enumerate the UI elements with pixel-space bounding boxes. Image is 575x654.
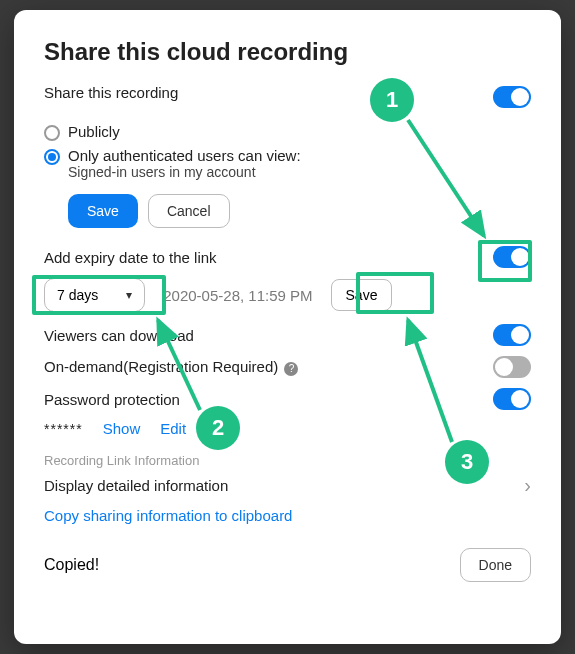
expiry-select[interactable]: 7 days ▾ — [44, 278, 145, 312]
password-protection-toggle[interactable] — [493, 388, 531, 410]
radio-authenticated[interactable] — [44, 149, 60, 165]
radio-publicly-row[interactable]: Publicly — [44, 123, 531, 141]
done-button[interactable]: Done — [460, 548, 531, 582]
display-detailed-row[interactable]: Display detailed information › — [44, 474, 531, 497]
copy-sharing-link[interactable]: Copy sharing information to clipboard — [44, 507, 531, 524]
share-recording-modal: Share this cloud recording Share this re… — [14, 10, 561, 644]
expiry-date: 2020-05-28, 11:59 PM — [163, 287, 312, 304]
cancel-button[interactable]: Cancel — [148, 194, 230, 228]
radio-authenticated-label: Only authenticated users can view: — [68, 147, 301, 164]
expiry-save-button[interactable]: Save — [331, 279, 393, 311]
expiry-select-value: 7 days — [57, 287, 98, 303]
password-protection-label: Password protection — [44, 391, 180, 408]
on-demand-label: On-demand(Registration Required) — [44, 358, 278, 375]
copied-status: Copied! — [44, 556, 99, 574]
expiry-label: Add expiry date to the link — [44, 249, 217, 266]
display-detailed-label: Display detailed information — [44, 477, 228, 494]
chevron-right-icon: › — [524, 474, 531, 497]
share-recording-label: Share this recording — [44, 84, 178, 101]
radio-publicly-label: Publicly — [68, 123, 120, 140]
edit-password-link[interactable]: Edit — [160, 420, 186, 437]
password-mask: ****** — [44, 421, 83, 437]
radio-authenticated-row[interactable]: Only authenticated users can view: Signe… — [44, 147, 531, 180]
recording-link-info-heading: Recording Link Information — [44, 453, 531, 468]
share-recording-toggle[interactable] — [493, 86, 531, 108]
viewers-download-toggle[interactable] — [493, 324, 531, 346]
save-button[interactable]: Save — [68, 194, 138, 228]
radio-authenticated-sub: Signed-in users in my account — [68, 164, 301, 180]
help-icon[interactable]: ? — [284, 362, 298, 376]
on-demand-toggle[interactable] — [493, 356, 531, 378]
chevron-down-icon: ▾ — [126, 288, 132, 302]
modal-title: Share this cloud recording — [44, 38, 531, 66]
radio-publicly[interactable] — [44, 125, 60, 141]
expiry-toggle[interactable] — [493, 246, 531, 268]
viewers-download-label: Viewers can download — [44, 327, 194, 344]
show-password-link[interactable]: Show — [103, 420, 141, 437]
